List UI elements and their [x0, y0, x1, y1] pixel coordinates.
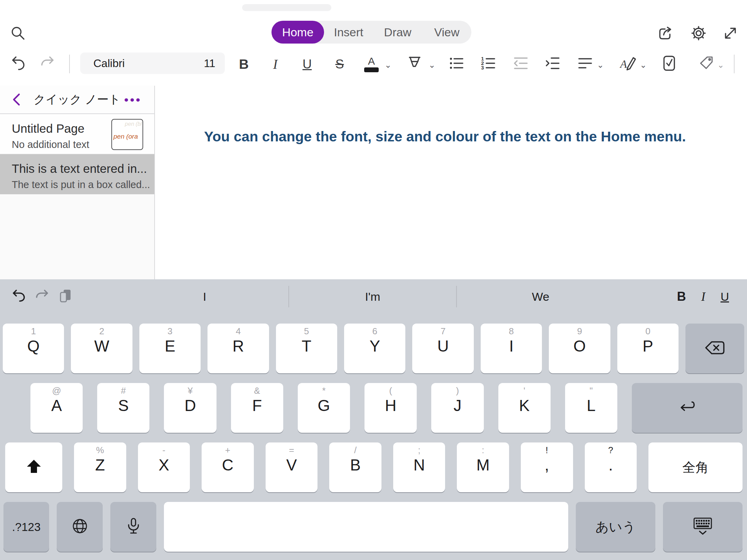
kb-undo-button[interactable]	[10, 288, 28, 306]
key-,[interactable]: !,	[521, 442, 573, 492]
align-button[interactable]	[577, 54, 593, 74]
key-alt-label: "	[590, 386, 593, 396]
italic-icon: I	[273, 57, 278, 71]
suggestion-1[interactable]: I'm	[289, 290, 456, 304]
numbered-list-button[interactable]: 123	[480, 54, 497, 74]
key-kana[interactable]: あいう	[576, 502, 655, 552]
suggestion-0[interactable]: I	[121, 290, 288, 304]
redo-button[interactable]	[40, 54, 57, 74]
kb-bold-button[interactable]: B	[677, 289, 686, 304]
outdent-button[interactable]	[513, 54, 529, 74]
key-G[interactable]: *G	[298, 383, 350, 433]
key-mic[interactable]	[110, 502, 156, 552]
sidebar-more-button[interactable]: •••	[124, 93, 142, 106]
italic-button[interactable]: I	[273, 54, 278, 74]
key-O[interactable]: 9O	[549, 324, 610, 373]
note-text[interactable]: You can change the font, size and colour…	[204, 129, 686, 145]
key-Y[interactable]: 6Y	[344, 324, 405, 373]
suggestion-2[interactable]: We	[457, 290, 624, 304]
strikethrough-button[interactable]: S	[335, 54, 344, 74]
key-main-label: X	[159, 457, 169, 473]
key-alt-label: 1	[31, 326, 36, 337]
share-button[interactable]	[657, 25, 673, 41]
key-C[interactable]: +C	[202, 442, 254, 492]
kb-redo-button[interactable]	[33, 288, 51, 306]
key-H[interactable]: (H	[365, 383, 417, 433]
key-T[interactable]: 5T	[276, 324, 337, 373]
search-icon	[10, 25, 26, 41]
font-size-field[interactable]: 11	[194, 53, 225, 74]
highlighter-button[interactable]	[406, 54, 423, 74]
key-L[interactable]: "L	[565, 383, 617, 433]
key-dismiss[interactable]	[663, 502, 743, 552]
bullet-list-button[interactable]	[448, 54, 465, 74]
key-alt-label: !	[546, 445, 548, 456]
key-main-label: Y	[369, 338, 380, 354]
key-Q[interactable]: 1Q	[3, 324, 64, 373]
tab-home[interactable]: Home	[271, 21, 324, 44]
settings-button[interactable]	[690, 25, 707, 41]
key-space[interactable]	[164, 502, 568, 552]
font-color-button[interactable]: A	[364, 54, 379, 74]
key-W[interactable]: 2W	[71, 324, 132, 373]
key-U[interactable]: 7U	[412, 324, 473, 373]
key-alt-label: 9	[577, 326, 582, 337]
key-D[interactable]: ¥D	[164, 383, 216, 433]
tab-draw[interactable]: Draw	[373, 21, 422, 44]
key-Z[interactable]: %Z	[74, 442, 126, 492]
key-S[interactable]: #S	[97, 383, 149, 433]
back-button[interactable]	[10, 92, 25, 107]
fullscreen-button[interactable]	[722, 25, 739, 41]
tag-button[interactable]	[698, 54, 715, 74]
underline-button[interactable]: U	[303, 54, 312, 74]
key-main-label: M	[476, 457, 489, 473]
key-main-label: A	[51, 398, 62, 413]
search-button[interactable]	[10, 25, 26, 41]
key-J[interactable]: )J	[431, 383, 483, 433]
highlighter-chevron-icon[interactable]: ⌄	[428, 61, 435, 69]
key-globe[interactable]	[57, 502, 103, 552]
key-N[interactable]: ;N	[393, 442, 445, 492]
key-.[interactable]: ?.	[585, 442, 637, 492]
key-B[interactable]: /B	[329, 442, 381, 492]
keyboard-row-3: %Z-X+C=V/B;N:M!,?.全角	[0, 442, 747, 492]
indent-button[interactable]	[544, 54, 561, 74]
key-F[interactable]: &F	[231, 383, 283, 433]
styles-button[interactable]: A	[620, 54, 636, 74]
key-M[interactable]: :M	[457, 442, 509, 492]
key-backspace[interactable]	[685, 324, 744, 373]
key-return[interactable]	[632, 383, 743, 433]
key-V[interactable]: =V	[266, 442, 318, 492]
font-name-field[interactable]: Calibri	[80, 53, 205, 74]
kb-italic-button[interactable]: I	[701, 289, 705, 304]
kb-paste-button[interactable]	[56, 288, 74, 306]
key-I[interactable]: 8I	[481, 324, 542, 373]
styles-chevron-icon[interactable]: ⌄	[640, 61, 647, 69]
key-alt-label: +	[225, 445, 230, 456]
key-P[interactable]: 0P	[617, 324, 679, 373]
font-color-chevron-icon[interactable]: ⌄	[385, 61, 391, 69]
align-chevron-icon[interactable]: ⌄	[597, 61, 604, 69]
page-list-item-untitled[interactable]: Untitled Page No additional text pen (bl…	[0, 114, 154, 154]
tab-view[interactable]: View	[422, 21, 471, 44]
clipboard-icon	[57, 288, 73, 305]
tag-chevron-icon[interactable]: ⌄	[717, 61, 724, 69]
key-X[interactable]: -X	[138, 442, 190, 492]
key-numbers[interactable]: .?123	[3, 502, 49, 552]
key-shift[interactable]	[5, 442, 62, 492]
page-list-item-selected[interactable]: This is a text entered in... The text is…	[0, 154, 154, 194]
page-title: Untitled Page	[12, 122, 106, 136]
key-alt-label: 5	[304, 326, 309, 337]
key-zenkaku[interactable]: 全角	[648, 442, 743, 492]
bold-button[interactable]: B	[239, 54, 249, 74]
undo-button[interactable]	[9, 54, 26, 74]
key-A[interactable]: @A	[30, 383, 83, 433]
keyboard-row-2: @A#S¥D&F*G(H)J'K"L	[0, 383, 747, 433]
tab-insert[interactable]: Insert	[324, 21, 373, 44]
key-E[interactable]: 3E	[139, 324, 201, 373]
key-K[interactable]: 'K	[498, 383, 551, 433]
todo-tag-button[interactable]	[661, 54, 677, 74]
key-R[interactable]: 4R	[208, 324, 269, 373]
note-canvas[interactable]: You can change the font, size and colour…	[155, 86, 747, 279]
kb-underline-button[interactable]: U	[720, 290, 729, 304]
